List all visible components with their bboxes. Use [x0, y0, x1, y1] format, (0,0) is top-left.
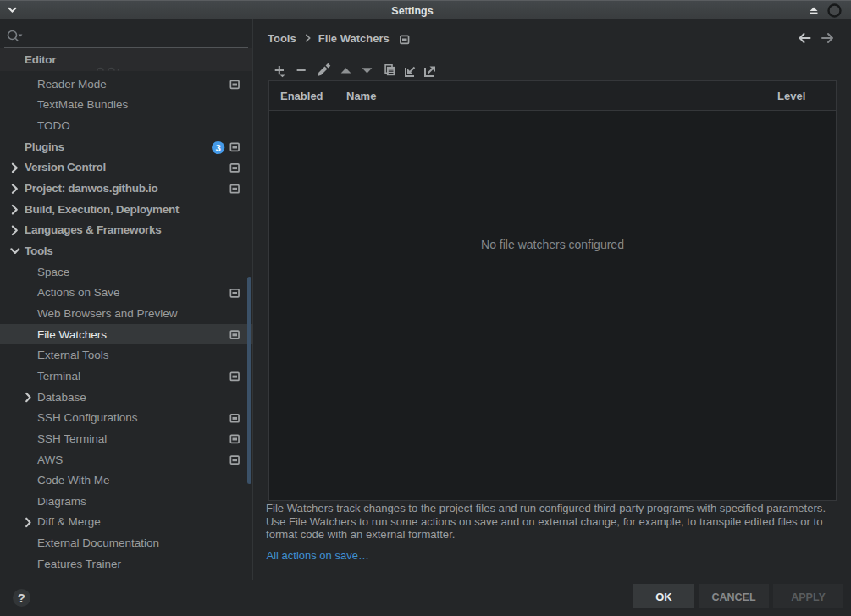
svg-text:3: 3 [215, 143, 220, 153]
